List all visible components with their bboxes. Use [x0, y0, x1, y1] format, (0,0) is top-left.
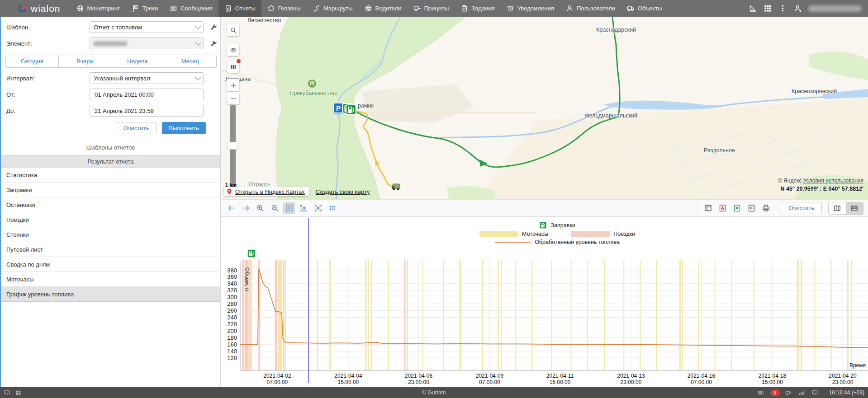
engine-hours-swatch: [479, 231, 518, 237]
export-pdf-button[interactable]: [716, 202, 728, 214]
gurtam-copyright: © Gurtam: [0, 389, 868, 396]
interval-select[interactable]: Указанный интервал: [90, 72, 204, 84]
map-visibility-button[interactable]: [227, 44, 239, 56]
nav-item-geofences[interactable]: Геозоны: [261, 0, 307, 17]
nav-item-routes[interactable]: Маршруты: [307, 0, 359, 17]
chart-icon[interactable]: [798, 389, 805, 396]
section-engine-hours[interactable]: Моточасы: [1, 272, 220, 287]
import-file-button[interactable]: [745, 202, 757, 214]
nav-item-messages[interactable]: Сообщения: [164, 0, 218, 17]
chart-fit-button[interactable]: [312, 202, 324, 214]
monitor-icon[interactable]: [4, 389, 10, 396]
section-parkings[interactable]: Стоянки: [1, 227, 220, 242]
chart-reset-x-button[interactable]: [298, 202, 309, 214]
section-daily-summary[interactable]: Сводка по дням: [1, 257, 220, 272]
username-blurred[interactable]: [808, 5, 862, 12]
from-date-input[interactable]: [94, 91, 199, 98]
open-in-yandex-link[interactable]: Открыть в Яндекс.Картах: [235, 188, 305, 195]
search-icon: [230, 27, 237, 34]
template-settings-wrench-icon[interactable]: [210, 23, 218, 31]
nav-item-users[interactable]: Пользователи: [560, 0, 621, 17]
fuel-station-marker[interactable]: [346, 104, 356, 115]
report-table-button[interactable]: [702, 202, 714, 214]
fuel-pump-icon: [539, 221, 547, 229]
element-settings-wrench-icon[interactable]: [210, 40, 218, 47]
to-date-input[interactable]: [94, 107, 199, 115]
range-today-button[interactable]: Сегодня: [6, 55, 59, 67]
svg-text:220: 220: [227, 321, 237, 328]
chevron-down-icon: [195, 39, 201, 46]
ruler-icon[interactable]: [749, 4, 757, 13]
nav-item-notifications[interactable]: Уведомления: [501, 0, 560, 17]
range-yesterday-button[interactable]: Вчера: [59, 55, 112, 67]
section-waybill[interactable]: Путевой лист: [1, 242, 220, 257]
nav-item-units[interactable]: Объекты: [621, 0, 668, 17]
section-stops[interactable]: Остановки: [1, 197, 220, 212]
chart-forward-button[interactable]: [240, 202, 251, 214]
nav-item-trailers[interactable]: Прицепы: [408, 0, 455, 17]
template-select[interactable]: Отчет с топливом: [90, 21, 204, 33]
map-layers-button[interactable]: [227, 61, 239, 73]
zoom-in-icon: [256, 204, 265, 212]
keyboard-icon[interactable]: [757, 389, 764, 396]
execute-button[interactable]: Выполнить: [162, 122, 206, 134]
file-export-icon: [747, 204, 756, 212]
section-fuel-level-chart[interactable]: График уровень топлива: [1, 287, 220, 302]
user-account-icon[interactable]: [793, 4, 802, 13]
map-view-toggle[interactable]: [829, 202, 846, 214]
chart-zoom-in-button[interactable]: [254, 202, 266, 214]
chart-area-select-button[interactable]: [283, 202, 295, 214]
section-fuelings[interactable]: Заправки: [1, 183, 220, 197]
nav-item-reports[interactable]: Отчеты: [218, 0, 261, 17]
kebab-menu-icon[interactable]: [778, 4, 787, 13]
cursor-coordinates: N 45° 20.9599' : E 040° 57.8812': [781, 186, 863, 192]
marquee-x-icon: [299, 204, 308, 212]
chart-legend: Заправки Моточасы Поездки Обработанный у…: [479, 221, 635, 247]
trailer-icon[interactable]: [785, 389, 792, 396]
split-view-toggle[interactable]: [846, 202, 863, 214]
tab-report-templates[interactable]: Шаблоны отчетов: [1, 141, 220, 154]
legend-trips-label: Поездки: [613, 231, 635, 237]
routes-icon: [313, 5, 320, 12]
svg-text:380: 380: [227, 267, 237, 274]
tab-report-result[interactable]: Результат отчета: [1, 155, 220, 168]
export-excel-button[interactable]: [731, 202, 743, 214]
zoom-slider-handle[interactable]: [228, 142, 237, 150]
wialon-logo[interactable]: wialon: [0, 0, 71, 17]
notification-badge[interactable]: 8: [770, 389, 780, 396]
range-month-button[interactable]: Месяц: [164, 55, 217, 67]
svg-text:07:00:00: 07:00:00: [479, 379, 500, 385]
screen-icon[interactable]: [811, 389, 818, 396]
create-own-map-link[interactable]: Создать свою карту: [316, 188, 370, 195]
section-statistics[interactable]: Статистика: [1, 168, 220, 183]
map-search-button[interactable]: [227, 24, 239, 36]
legend-fuel-line: Обработанный уровень топлива: [479, 239, 635, 245]
chart-zoom-out-button[interactable]: [269, 202, 280, 214]
clear-button[interactable]: Очистить: [116, 122, 157, 134]
nav-item-tracks[interactable]: Треки: [126, 0, 164, 17]
grid-icon[interactable]: [15, 389, 22, 396]
chart-clear-button[interactable]: Очистить: [781, 202, 822, 214]
map-zoom-slider[interactable]: [230, 105, 236, 190]
to-row: До:: [1, 105, 220, 117]
nav-item-drivers[interactable]: Водители: [359, 0, 408, 17]
apps-grid-icon[interactable]: [764, 4, 772, 13]
nav-item-jobs[interactable]: Задания: [455, 0, 500, 17]
chart-legend-button[interactable]: [327, 202, 338, 214]
terms-of-use-link[interactable]: Условия использования: [803, 178, 863, 184]
nav-label: Треки: [142, 5, 158, 12]
section-trips[interactable]: Поездки: [1, 212, 220, 227]
map-zoom-out-button[interactable]: [227, 92, 239, 104]
nav-item-monitoring[interactable]: Мониторинг: [71, 0, 126, 17]
chevron-down-icon: [195, 74, 201, 80]
chart-back-button[interactable]: [225, 202, 237, 214]
legend-fuelings-label: Заправки: [550, 222, 575, 229]
map-zoom-in-button[interactable]: [227, 79, 239, 91]
map-area[interactable]: Лесничество Лесодача Прикубанский лес ра…: [221, 17, 868, 199]
range-week-button[interactable]: Неделя: [111, 55, 164, 67]
print-button[interactable]: [760, 202, 772, 214]
split-panel-icon: [850, 204, 859, 212]
element-select[interactable]: [90, 37, 204, 49]
legend-fuelings: Заправки: [479, 221, 635, 229]
element-label: Элемент:: [6, 40, 90, 47]
